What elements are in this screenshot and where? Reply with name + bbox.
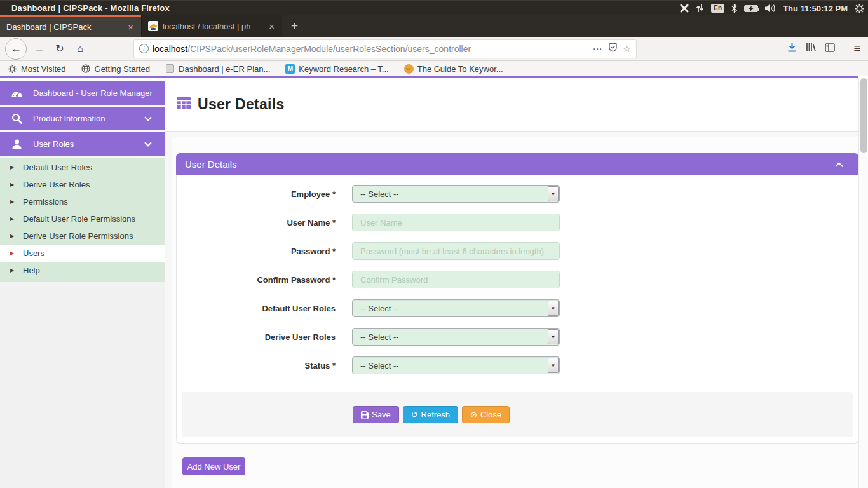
close-button[interactable]: ⊘ Close: [462, 406, 510, 423]
m-icon: M: [285, 64, 295, 74]
forward-button[interactable]: →: [31, 40, 48, 58]
table-icon: [176, 96, 191, 112]
bookmark-eer-plan[interactable]: Dashboard | e-ER Plan...: [165, 64, 270, 74]
submenu-item-permissions[interactable]: ▶ Permissions: [0, 193, 165, 210]
submenu-item-derive-user-roles[interactable]: ▶ Derive User Roles: [0, 176, 165, 193]
back-button[interactable]: ←: [5, 38, 27, 60]
user-icon: [10, 139, 23, 149]
chevron-up-icon[interactable]: [835, 162, 843, 170]
select-value: -- Select --: [360, 189, 399, 199]
form-button-bar: Save ↺ Refresh ⊘ Close: [182, 392, 853, 437]
select-arrow-icon[interactable]: ▾: [548, 186, 559, 201]
pocket-shield-icon[interactable]: [609, 43, 617, 55]
session-menu-icon[interactable]: [855, 4, 864, 13]
network-icon[interactable]: [696, 4, 704, 13]
toolbar-divider: [844, 43, 844, 55]
bookmark-getting-started[interactable]: Getting Started: [81, 64, 150, 74]
window-titlebar: Dashboard | CIPSPack - Mozilla Firefox E…: [0, 0, 868, 15]
sidebar-toggle-icon[interactable]: [825, 43, 835, 55]
face-icon: [404, 64, 414, 74]
user-name-input[interactable]: [352, 214, 560, 231]
tab-close-icon[interactable]: ×: [264, 21, 276, 32]
battery-icon[interactable]: [744, 5, 758, 12]
tab-phpmyadmin[interactable]: localhost / localhost | ph ×: [141, 15, 282, 37]
sidebar-submenu: ▶ Default User Roles ▶ Derive User Roles…: [0, 158, 165, 281]
sidebar: Dashboard - User Role Manager Product In…: [0, 78, 165, 488]
panel-header[interactable]: User Details: [176, 153, 858, 175]
volume-icon[interactable]: [765, 4, 776, 13]
bookmark-label: Keyword Research – T...: [299, 64, 388, 74]
select-value: -- Select --: [360, 332, 399, 342]
bookmarks-bar: Most Visited Getting Started Dashboard |…: [0, 61, 868, 76]
submenu-item-derive-user-role-permissions[interactable]: ▶ Derive User Role Permissions: [0, 227, 165, 245]
select-arrow-icon[interactable]: ▾: [548, 358, 559, 373]
tab-close-icon[interactable]: ×: [123, 22, 135, 32]
submenu-item-default-user-role-permissions[interactable]: ▶ Default User Role Permissions: [0, 210, 165, 227]
sidebar-item-label: User Roles: [33, 139, 74, 149]
floppy-icon: [361, 411, 369, 419]
submenu-item-help[interactable]: ▶ Help: [0, 262, 165, 279]
form-row-employee: Employee * -- Select -- ▾: [177, 185, 858, 203]
menu-icon[interactable]: ≡: [853, 42, 860, 55]
navigation-toolbar: ← → ↻ ⌂ i localhost/CIPSPack/userRoleMan…: [0, 37, 868, 61]
refresh-button[interactable]: ↺ Refresh: [403, 406, 458, 423]
default-user-roles-select[interactable]: -- Select -- ▾: [352, 299, 560, 317]
system-clock[interactable]: Thu 11:50:12 PM: [783, 4, 848, 13]
page-actions-icon[interactable]: ⋯: [593, 43, 603, 55]
save-button[interactable]: Save: [353, 406, 399, 423]
browser-scrollbar[interactable]: [858, 78, 868, 488]
default-user-roles-label: Default User Roles: [177, 304, 336, 313]
sidebar-item-label: Dashboard - User Role Manager: [33, 88, 153, 98]
scrollbar-thumb[interactable]: [860, 78, 867, 153]
bookmark-keyword-research[interactable]: M Keyword Research – T...: [285, 64, 388, 74]
tab-dashboard-cipspack[interactable]: Dashboard | CIPSPack ×: [0, 15, 141, 37]
sidebar-item-product-information[interactable]: Product Information: [0, 107, 165, 130]
status-select[interactable]: -- Select -- ▾: [352, 356, 560, 374]
downloads-icon[interactable]: [787, 43, 797, 55]
panel-body: Employee * -- Select -- ▾ User Name *: [176, 175, 858, 444]
sidebar-item-user-roles[interactable]: User Roles: [0, 132, 165, 156]
new-tab-button[interactable]: +: [283, 15, 306, 37]
select-arrow-icon[interactable]: ▾: [548, 329, 559, 344]
site-info-icon[interactable]: i: [139, 44, 149, 53]
bookmark-most-visited[interactable]: Most Visited: [8, 64, 66, 74]
user-details-panel: User Details Employee * -- Select -- ▾: [176, 153, 858, 444]
sidebar-item-label: Product Information: [33, 114, 105, 123]
phpmyadmin-favicon-icon: [148, 21, 158, 31]
caret-right-icon: ▶: [10, 182, 23, 187]
content-body: User Details Employee * -- Select -- ▾: [165, 132, 868, 488]
derive-user-roles-select[interactable]: -- Select -- ▾: [352, 328, 560, 346]
submenu-label: Permissions: [23, 197, 68, 207]
keyboard-layout-indicator[interactable]: En: [711, 4, 724, 13]
derive-user-roles-label: Derive User Roles: [177, 332, 336, 342]
confirm-password-input[interactable]: [352, 271, 560, 288]
home-button[interactable]: ⌂: [71, 40, 89, 58]
bookmark-guide-keywords[interactable]: The Guide To Keywor...: [404, 64, 503, 74]
app-indicator-icon[interactable]: [680, 4, 689, 13]
select-arrow-icon[interactable]: ▾: [548, 301, 559, 316]
tab-label: localhost / localhost | ph: [163, 22, 264, 31]
sidebar-item-dashboard[interactable]: Dashboard - User Role Manager: [0, 81, 165, 105]
web-page: Dashboard - User Role Manager Product In…: [0, 78, 868, 488]
url-bar[interactable]: i localhost/CIPSPack/userRoleManagerModu…: [133, 39, 637, 58]
bluetooth-icon[interactable]: [731, 4, 737, 13]
password-input[interactable]: [352, 242, 560, 260]
reload-button[interactable]: ↻: [51, 40, 69, 58]
panel-title: User Details: [185, 159, 237, 170]
cancel-circle-icon: ⊘: [470, 410, 477, 419]
close-label: Close: [480, 410, 501, 419]
bookmark-star-icon[interactable]: ☆: [623, 43, 631, 55]
employee-select[interactable]: -- Select -- ▾: [352, 185, 560, 203]
form-row-derive-user-roles: Derive User Roles -- Select -- ▾: [177, 328, 858, 346]
add-new-user-button[interactable]: Add New User: [182, 458, 245, 475]
bookmark-label: Most Visited: [21, 64, 66, 74]
confirm-password-label: Confirm Password *: [177, 275, 336, 285]
url-text[interactable]: localhost/CIPSPack/userRoleManagerModule…: [153, 44, 589, 54]
bookmark-label: Dashboard | e-ER Plan...: [179, 64, 270, 74]
submenu-item-default-user-roles[interactable]: ▶ Default User Roles: [0, 159, 165, 176]
bookmark-label: The Guide To Keywor...: [417, 64, 503, 74]
library-icon[interactable]: [806, 43, 816, 55]
submenu-label: Derive User Role Permissions: [23, 231, 133, 241]
form-row-confirm-password: Confirm Password *: [177, 271, 858, 288]
submenu-item-users[interactable]: ▶ Users: [0, 245, 165, 262]
